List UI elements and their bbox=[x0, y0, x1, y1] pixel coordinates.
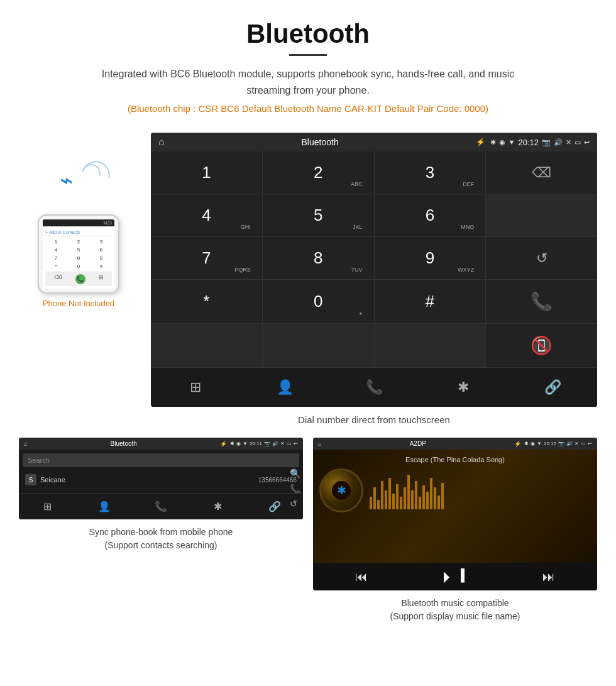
music-screen: ⌂ A2DP ⚡ ✱ ◉ ▼ 20:15 📷 🔊 ✕ ▭ ↩ Escape (T… bbox=[313, 438, 597, 590]
bt-status-icon: ✱ bbox=[490, 138, 496, 147]
status-time: 20:12 bbox=[518, 138, 539, 147]
phonebook-content: Search S Seicane 13566664466 bbox=[19, 450, 303, 493]
bottom-panels: ⌂ Bluetooth ⚡ ✱ ◉ ▼ 20:11 📷 🔊 ✕ ▭ ↩ Sear… bbox=[0, 438, 616, 642]
visualizer-bar bbox=[437, 495, 440, 509]
search-icon[interactable]: 🔍 bbox=[290, 468, 300, 479]
music-x-icon[interactable]: ✕ bbox=[575, 441, 579, 446]
visualizer-bar bbox=[411, 490, 414, 509]
empty-bottom-1 bbox=[151, 324, 262, 367]
contact-name: Seicane bbox=[40, 476, 255, 484]
page-title: Bluetooth bbox=[13, 19, 603, 49]
nav-bluetooth[interactable]: ✱ bbox=[419, 374, 508, 401]
call-red-icon: 📵 bbox=[531, 335, 553, 356]
window-icon[interactable]: ▭ bbox=[575, 138, 581, 147]
key-8[interactable]: 8TUV bbox=[263, 237, 374, 279]
music-win-icon[interactable]: ▭ bbox=[581, 441, 586, 446]
phone-status-bar: M23 bbox=[43, 219, 114, 226]
signal-icon: ▼ bbox=[509, 138, 515, 146]
key-6[interactable]: 6MNO bbox=[375, 194, 486, 236]
music-status-bar: ⌂ A2DP ⚡ ✱ ◉ ▼ 20:15 📷 🔊 ✕ ▭ ↩ bbox=[313, 438, 597, 450]
pb-nav-bt[interactable]: ✱ bbox=[189, 498, 246, 515]
pb-sig-icon: ▼ bbox=[243, 441, 248, 446]
nav-phone[interactable]: 📞 bbox=[329, 374, 419, 401]
pb-title: Bluetooth bbox=[30, 440, 217, 447]
phone-bottom-bar: ⌫ 📞 ⊞ bbox=[45, 272, 112, 286]
key-4[interactable]: 4GHI bbox=[151, 194, 262, 236]
pb-nav-dialpad[interactable]: ⊞ bbox=[19, 498, 75, 515]
search-bar[interactable]: Search bbox=[23, 453, 299, 467]
home-icon[interactable]: ⌂ bbox=[158, 136, 165, 148]
close-icon[interactable]: ✕ bbox=[566, 138, 571, 147]
screen-title: Bluetooth bbox=[170, 137, 471, 147]
call-green-cell[interactable]: 📞 bbox=[486, 280, 597, 323]
call-red-cell[interactable]: 📵 bbox=[486, 324, 597, 367]
status-icons: ✱ ◉ ▼ 20:12 📷 🔊 ✕ ▭ ↩ bbox=[490, 138, 590, 147]
bluetooth-icon: ⌁ bbox=[60, 167, 74, 194]
nav-link[interactable]: 🔗 bbox=[508, 374, 597, 401]
backspace-icon: ⌫ bbox=[532, 165, 551, 181]
refresh-icon[interactable]: ↺ bbox=[290, 499, 300, 509]
key-hash[interactable]: # bbox=[375, 280, 486, 323]
song-title: Escape (The Pina Colada Song) bbox=[405, 456, 505, 463]
visualizer-bar bbox=[434, 487, 436, 509]
phone-icon[interactable]: 📞 bbox=[290, 484, 300, 494]
pb-nav-contacts[interactable]: 👤 bbox=[75, 498, 132, 515]
next-button[interactable]: ⏭ bbox=[542, 570, 555, 584]
pb-win-icon[interactable]: ▭ bbox=[287, 441, 292, 446]
empty-bottom-3 bbox=[375, 324, 486, 367]
pb-back-icon[interactable]: ↩ bbox=[294, 441, 298, 446]
pb-status-icons: ✱ ◉ ▼ 20:11 📷 🔊 ✕ ▭ ↩ bbox=[230, 441, 298, 446]
page-description: Integrated with BC6 Bluetooth module, su… bbox=[88, 66, 528, 98]
empty-bottom-2 bbox=[263, 324, 374, 367]
key-2[interactable]: 2ABC bbox=[263, 152, 374, 194]
phonebook-panel: ⌂ Bluetooth ⚡ ✱ ◉ ▼ 20:11 📷 🔊 ✕ ▭ ↩ Sear… bbox=[19, 438, 303, 623]
key-3[interactable]: 3DEF bbox=[375, 152, 486, 194]
usb-icon: ⚡ bbox=[476, 138, 485, 147]
music-home-icon[interactable]: ⌂ bbox=[318, 441, 321, 447]
bluetooth-waves: ⌁ bbox=[53, 158, 104, 208]
nav-contacts[interactable]: 👤 bbox=[240, 374, 329, 401]
contact-row[interactable]: S Seicane 13566664466 bbox=[23, 471, 299, 489]
music-content: Escape (The Pina Colada Song) ✱ bbox=[313, 450, 597, 563]
visualizer-bar bbox=[400, 497, 402, 509]
play-pause-button[interactable]: ⏵❙ bbox=[440, 568, 470, 585]
wave2 bbox=[77, 156, 115, 194]
backspace-cell[interactable]: ⌫ bbox=[486, 152, 597, 194]
phonebook-inner: Search S Seicane 13566664466 🔍 📞 ↺ bbox=[19, 450, 303, 493]
android-screen: ⌂ Bluetooth ⚡ ✱ ◉ ▼ 20:12 📷 🔊 ✕ ▭ ↩ bbox=[151, 133, 597, 407]
page-header: Bluetooth Integrated with BC6 Bluetooth … bbox=[0, 0, 616, 133]
music-cam-icon: 📷 bbox=[558, 441, 564, 446]
back-icon[interactable]: ↩ bbox=[584, 138, 590, 147]
music-back-icon[interactable]: ↩ bbox=[588, 441, 592, 446]
pb-time: 20:11 bbox=[250, 441, 262, 446]
pb-vol-icon: 🔊 bbox=[272, 441, 278, 446]
phonebook-caption: Sync phone-book from mobile phone(Suppor… bbox=[89, 526, 233, 552]
music-loc-icon: ◉ bbox=[531, 441, 535, 446]
pb-nav-phone[interactable]: 📞 bbox=[133, 498, 189, 515]
album-bt-icon: ✱ bbox=[332, 481, 351, 500]
key-9[interactable]: 9WXYZ bbox=[375, 237, 486, 279]
phonebook-screen: ⌂ Bluetooth ⚡ ✱ ◉ ▼ 20:11 📷 🔊 ✕ ▭ ↩ Sear… bbox=[19, 438, 303, 519]
nav-dialpad[interactable]: ⊞ bbox=[151, 374, 240, 401]
visualizer-bar bbox=[377, 500, 380, 509]
reload-cell[interactable]: ↺ bbox=[486, 237, 597, 279]
pb-home-icon[interactable]: ⌂ bbox=[24, 441, 27, 447]
visualizer-bar bbox=[415, 481, 417, 509]
music-row: ✱ bbox=[319, 468, 591, 512]
visualizer-bar bbox=[370, 497, 372, 509]
key-star[interactable]: * bbox=[151, 280, 262, 323]
location-icon: ◉ bbox=[499, 138, 505, 147]
visualizer-bar bbox=[430, 478, 432, 509]
visualizer-bar bbox=[392, 494, 395, 509]
music-usb-icon: ⚡ bbox=[514, 441, 521, 447]
pb-cam-icon: 📷 bbox=[264, 441, 270, 446]
bottom-nav: ⊞ 👤 📞 ✱ 🔗 bbox=[151, 367, 597, 407]
visualizer-bar bbox=[441, 483, 444, 509]
pb-x-icon[interactable]: ✕ bbox=[280, 441, 285, 446]
volume-icon: 🔊 bbox=[554, 138, 563, 147]
key-1[interactable]: 1 bbox=[151, 152, 262, 194]
prev-button[interactable]: ⏮ bbox=[355, 570, 368, 584]
key-5[interactable]: 5JKL bbox=[263, 194, 374, 236]
key-7[interactable]: 7PQRS bbox=[151, 237, 262, 279]
key-0[interactable]: 0+ bbox=[263, 280, 374, 323]
